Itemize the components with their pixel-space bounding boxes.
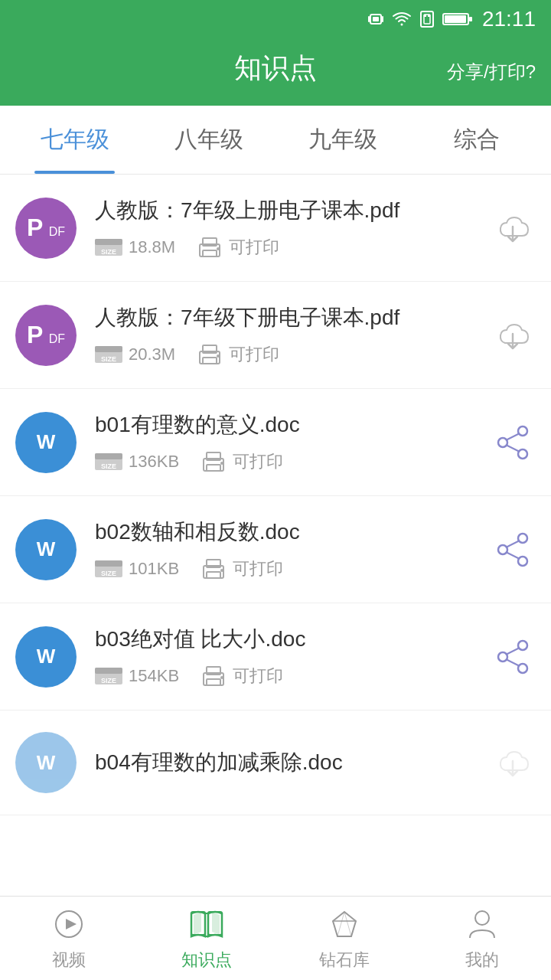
file-info: 人教版：7年级上册电子课本.pdf SIZE 18.8M (95, 197, 490, 258)
share-icon (495, 532, 530, 567)
list-item[interactable]: W b04有理数的加减乘除.doc (0, 710, 551, 815)
file-action-button[interactable] (490, 639, 536, 675)
battery-icon (442, 11, 473, 28)
print-icon (197, 237, 223, 258)
file-name: b04有理数的加减乘除.doc (95, 749, 490, 776)
svg-rect-28 (95, 453, 122, 459)
nav-item-video[interactable]: 视频 (0, 897, 138, 980)
svg-rect-4 (421, 11, 433, 27)
status-bar: 21:11 (0, 0, 551, 38)
file-type-icon: P DF (15, 198, 77, 259)
tab-7th-grade[interactable]: 七年级 (8, 106, 142, 174)
share-icon (495, 425, 530, 460)
nav-label-diamond: 钻石库 (319, 949, 370, 972)
svg-rect-10 (469, 17, 472, 21)
svg-marker-73 (333, 912, 356, 936)
svg-rect-44 (207, 572, 220, 578)
wifi-icon (392, 11, 412, 28)
file-info: b02数轴和相反数.doc SIZE 101KB (95, 518, 490, 580)
svg-line-61 (506, 648, 520, 655)
svg-line-49 (506, 541, 520, 547)
nav-item-diamond[interactable]: 钻石库 (276, 897, 413, 980)
nav-label-mine: 我的 (465, 949, 499, 972)
svg-point-17 (217, 247, 220, 250)
tab-8th-grade[interactable]: 八年级 (142, 106, 276, 174)
diamond-icon (326, 906, 363, 942)
size-icon: SIZE (95, 666, 122, 686)
nav-item-mine[interactable]: 我的 (413, 897, 551, 980)
file-size: SIZE 18.8M (95, 237, 175, 257)
size-icon: SIZE (95, 559, 122, 579)
svg-marker-65 (66, 919, 77, 929)
file-action-button[interactable] (490, 211, 536, 245)
share-print-button[interactable]: 分享/打印? (447, 60, 536, 84)
list-item[interactable]: W b01有理数的意义.doc SIZE 136KB (0, 389, 551, 496)
file-info: b03绝对值 比大小.doc SIZE 154KB (95, 626, 490, 687)
svg-rect-20 (95, 346, 122, 352)
file-type-icon: W (15, 412, 77, 473)
list-item[interactable]: W b02数轴和相反数.doc SIZE 101KB (0, 496, 551, 603)
play-icon (51, 906, 87, 942)
svg-text:SIZE: SIZE (101, 462, 116, 470)
svg-rect-6 (424, 15, 426, 17)
file-action-button[interactable] (490, 532, 536, 567)
print-icon (201, 665, 227, 687)
svg-point-45 (220, 569, 223, 572)
nav-item-knowledge[interactable]: 知识点 (138, 897, 276, 980)
size-icon: SIZE (95, 345, 122, 364)
list-item[interactable]: P DF 人教版：7年级下册电子课本.pdf SIZE 20.3M (0, 282, 551, 389)
file-printable: 可打印 (201, 557, 283, 580)
cloud-download-icon (493, 211, 533, 245)
file-size: SIZE 154KB (95, 666, 179, 686)
file-action-button[interactable] (490, 746, 536, 779)
book-icon (188, 906, 225, 942)
file-meta: SIZE 20.3M 可打印 (95, 343, 490, 366)
file-info: b04有理数的加减乘除.doc (95, 749, 490, 776)
file-type-icon: P DF (15, 305, 77, 366)
file-type-icon: W (15, 732, 77, 793)
svg-rect-32 (207, 465, 220, 471)
svg-line-62 (506, 659, 520, 666)
cloud-download-icon (493, 746, 533, 779)
nav-label-video: 视频 (52, 949, 86, 972)
svg-point-57 (220, 676, 223, 679)
file-type-icon: W (15, 519, 77, 580)
file-list: P DF 人教版：7年级上册电子课本.pdf SIZE 18.8M (0, 175, 551, 896)
svg-point-25 (217, 354, 220, 358)
file-type-icon: W (15, 626, 77, 688)
page-title: 知识点 (234, 50, 317, 87)
file-printable: 可打印 (201, 665, 283, 688)
svg-rect-9 (445, 15, 466, 23)
file-name: 人教版：7年级下册电子课本.pdf (95, 304, 490, 332)
bottom-navigation: 视频 知识点 (0, 896, 551, 980)
file-name: b02数轴和相反数.doc (95, 518, 490, 546)
print-icon (201, 451, 227, 472)
file-info: 人教版：7年级下册电子课本.pdf SIZE 20.3M (95, 304, 490, 365)
cloud-download-icon (493, 318, 533, 352)
svg-rect-2 (368, 16, 370, 22)
svg-rect-1 (373, 17, 379, 21)
svg-rect-7 (428, 15, 430, 17)
file-printable: 可打印 (201, 450, 283, 473)
person-icon (464, 906, 500, 942)
svg-line-38 (506, 445, 520, 452)
file-action-button[interactable] (490, 318, 536, 352)
tab-comprehensive[interactable]: 综合 (409, 106, 543, 174)
status-time: 21:11 (482, 7, 536, 31)
svg-point-33 (220, 462, 223, 465)
file-action-button[interactable] (490, 425, 536, 460)
nav-label-knowledge: 知识点 (181, 949, 232, 972)
file-name: b03绝对值 比大小.doc (95, 626, 490, 653)
app-header: 知识点 分享/打印? (0, 38, 551, 106)
tab-9th-grade[interactable]: 九年级 (276, 106, 409, 174)
file-name: b01有理数的意义.doc (95, 411, 490, 439)
list-item[interactable]: W b03绝对值 比大小.doc SIZE 154KB (0, 603, 551, 710)
file-meta: SIZE 136KB 可打印 (95, 450, 490, 473)
file-meta: SIZE 18.8M 可打印 (95, 236, 490, 259)
list-item[interactable]: P DF 人教版：7年级上册电子课本.pdf SIZE 18.8M (0, 175, 551, 282)
share-icon (495, 639, 530, 675)
svg-rect-16 (203, 250, 217, 256)
file-meta: SIZE 154KB 可打印 (95, 665, 490, 688)
svg-rect-12 (95, 239, 122, 245)
file-info: b01有理数的意义.doc SIZE 136KB (95, 411, 490, 472)
